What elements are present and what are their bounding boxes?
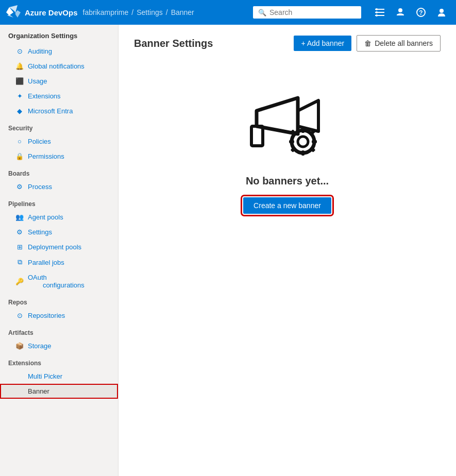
- extensions-top-icon: ✦: [15, 92, 24, 100]
- app-logo[interactable]: Azure DevOps: [6, 5, 78, 20]
- app-name: Azure DevOps: [25, 8, 78, 17]
- search-box[interactable]: 🔍: [253, 6, 361, 19]
- sidebar-item-pipeline-settings[interactable]: ⚙ Settings: [0, 225, 118, 240]
- topnav-actions: ?: [371, 4, 450, 21]
- sidebar-item-pipeline-settings-label: Settings: [28, 228, 52, 236]
- sidebar-item-microsoft-entra[interactable]: ◆ Microsoft Entra: [0, 104, 118, 118]
- agent-pools-icon: 👥: [15, 213, 24, 221]
- extensions-bottom-section-title: Extensions: [0, 353, 118, 369]
- breadcrumb-page: Banner: [171, 8, 194, 16]
- sidebar-item-process[interactable]: ⚙ Process: [0, 179, 118, 194]
- sidebar-item-policies[interactable]: ○ Policies: [0, 134, 118, 149]
- security-section-title: Security: [0, 118, 118, 134]
- list-icon[interactable]: [371, 4, 388, 21]
- sidebar-item-repositories-label: Repositories: [28, 312, 65, 319]
- sidebar-item-usage[interactable]: ⬛ Usage: [0, 74, 118, 89]
- breadcrumb-sep2: /: [166, 8, 168, 16]
- sidebar-section-general: ⊙ Auditing 🔔 Global notifications ⬛ Usag…: [0, 44, 118, 118]
- create-new-banner-button[interactable]: Create a new banner: [243, 197, 331, 214]
- permissions-icon: 🔒: [15, 152, 24, 160]
- content-actions: + Add banner 🗑 Delete all banners: [294, 35, 441, 52]
- sidebar-item-repositories[interactable]: ⊙ Repositories: [0, 308, 118, 323]
- search-icon: 🔍: [258, 9, 266, 16]
- empty-state-text: No banners yet...: [246, 175, 329, 187]
- sidebar-item-banner-label: Banner: [28, 387, 49, 395]
- sidebar-item-auditing[interactable]: ⊙ Auditing: [0, 44, 118, 59]
- sidebar-section-boards: Boards ⚙ Process: [0, 164, 118, 194]
- empty-state: No banners yet... Create a new banner: [134, 93, 441, 214]
- help-icon[interactable]: ?: [413, 4, 429, 21]
- auditing-icon: ⊙: [15, 47, 24, 55]
- pipeline-settings-icon: ⚙: [15, 228, 24, 236]
- sidebar-header: Organization Settings: [0, 25, 118, 44]
- sidebar-section-security: Security ○ Policies 🔒 Permissions: [0, 118, 118, 164]
- sidebar-item-oauth-configurations[interactable]: 🔑 OAuth configurations: [0, 270, 118, 293]
- sidebar-item-microsoft-entra-label: Microsoft Entra: [28, 107, 73, 115]
- sidebar-item-agent-pools[interactable]: 👥 Agent pools: [0, 210, 118, 225]
- add-banner-button[interactable]: + Add banner: [294, 36, 351, 51]
- delete-all-banners-button[interactable]: 🗑 Delete all banners: [357, 35, 441, 52]
- empty-state-illustration: [246, 93, 329, 165]
- sidebar-item-banner[interactable]: Banner: [0, 384, 118, 399]
- sidebar-item-storage-label: Storage: [28, 342, 52, 350]
- main-layout: Organization Settings ⊙ Auditing 🔔 Globa…: [0, 25, 456, 476]
- sidebar-section-repos: Repos ⊙ Repositories: [0, 293, 118, 323]
- svg-rect-14: [289, 140, 294, 143]
- sidebar-item-storage[interactable]: 📦 Storage: [0, 338, 118, 353]
- repos-section-title: Repos: [0, 293, 118, 308]
- sidebar-item-auditing-label: Auditing: [28, 47, 52, 55]
- artifacts-section-title: Artifacts: [0, 323, 118, 338]
- trash-icon: 🗑: [364, 39, 371, 47]
- policies-icon: ○: [15, 138, 24, 145]
- global-notifications-icon: 🔔: [15, 62, 24, 70]
- breadcrumb: fabrikamprime / Settings / Banner: [83, 8, 194, 16]
- sidebar-item-agent-pools-label: Agent pools: [28, 213, 63, 221]
- sidebar-section-extensions-bottom: Extensions Multi Picker Banner: [0, 353, 118, 399]
- sidebar-item-permissions-label: Permissions: [28, 152, 64, 160]
- sidebar-item-parallel-jobs[interactable]: ⧉ Parallel jobs: [0, 254, 118, 270]
- sidebar-item-multi-picker-label: Multi Picker: [28, 372, 62, 380]
- sidebar-item-usage-label: Usage: [28, 77, 47, 85]
- deployment-pools-icon: ⊞: [15, 243, 24, 251]
- svg-rect-9: [251, 126, 263, 146]
- search-input[interactable]: [269, 8, 356, 16]
- sidebar-item-policies-label: Policies: [28, 138, 51, 145]
- sidebar-section-artifacts: Artifacts 📦 Storage: [0, 323, 118, 353]
- parallel-jobs-icon: ⧉: [15, 258, 24, 266]
- svg-text:?: ?: [419, 9, 423, 16]
- svg-point-3: [376, 8, 378, 10]
- content-header: Banner Settings + Add banner 🗑 Delete al…: [134, 35, 441, 52]
- breadcrumb-section: Settings: [137, 8, 163, 16]
- repositories-icon: ⊙: [15, 312, 24, 319]
- sidebar-item-deployment-pools[interactable]: ⊞ Deployment pools: [0, 240, 118, 254]
- pipelines-section-title: Pipelines: [0, 194, 118, 210]
- user-icon[interactable]: [433, 4, 450, 21]
- breadcrumb-sep1: /: [131, 8, 133, 16]
- sidebar-item-multi-picker[interactable]: Multi Picker: [0, 369, 118, 384]
- top-navigation: Azure DevOps fabrikamprime / Settings / …: [0, 0, 456, 25]
- microsoft-entra-icon: ◆: [15, 107, 24, 115]
- svg-point-11: [298, 137, 308, 147]
- storage-icon: 📦: [15, 342, 24, 350]
- badge-icon[interactable]: [392, 4, 409, 21]
- process-icon: ⚙: [15, 183, 24, 191]
- sidebar-item-process-label: Process: [28, 183, 52, 191]
- svg-point-5: [376, 14, 378, 16]
- svg-rect-15: [312, 140, 317, 143]
- breadcrumb-org: fabrikamprime: [83, 8, 129, 16]
- sidebar-item-permissions[interactable]: 🔒 Permissions: [0, 149, 118, 164]
- sidebar-item-global-notifications-label: Global notifications: [28, 62, 85, 70]
- sidebar-item-global-notifications[interactable]: 🔔 Global notifications: [0, 59, 118, 74]
- svg-rect-13: [301, 150, 305, 156]
- sidebar-section-pipelines: Pipelines 👥 Agent pools ⚙ Settings ⊞ Dep…: [0, 194, 118, 293]
- sidebar-item-oauth-configurations-label: OAuth configurations: [28, 274, 85, 289]
- page-title: Banner Settings: [134, 38, 213, 49]
- svg-point-8: [440, 9, 444, 13]
- content-area: Banner Settings + Add banner 🗑 Delete al…: [119, 25, 456, 476]
- svg-point-4: [376, 11, 378, 13]
- sidebar-item-parallel-jobs-label: Parallel jobs: [28, 259, 64, 266]
- sidebar-item-extensions-top[interactable]: ✦ Extensions: [0, 89, 118, 104]
- sidebar-item-deployment-pools-label: Deployment pools: [28, 243, 81, 251]
- oauth-icon: 🔑: [15, 278, 24, 285]
- boards-section-title: Boards: [0, 164, 118, 179]
